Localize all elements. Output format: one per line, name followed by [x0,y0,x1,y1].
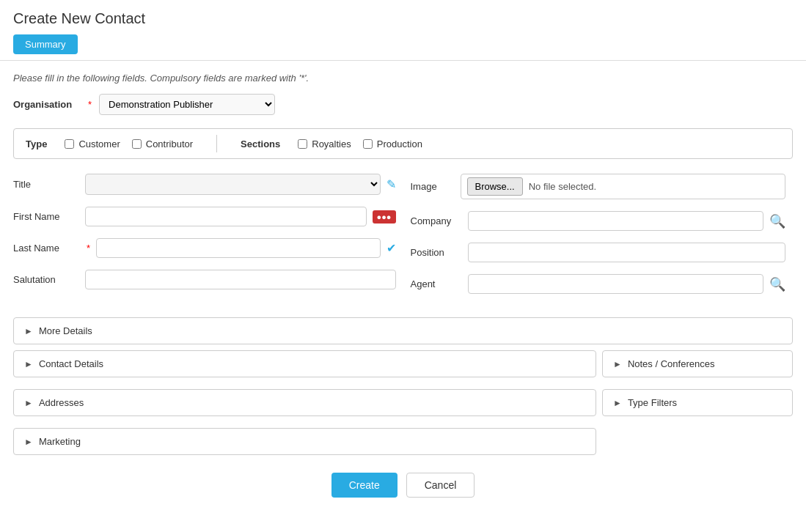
image-label: Image [411,181,455,192]
addresses-arrow: ► [24,398,33,408]
first-name-input[interactable] [85,207,367,226]
last-name-label: Last Name [13,243,79,254]
title-label: Title [13,179,79,190]
addresses-section[interactable]: ► Addresses [14,390,596,415]
search-icon: 🔍 [769,214,785,229]
check-icon: ✔ [386,241,396,255]
type-label: Type [26,138,47,149]
royalties-label: Royalties [312,138,351,149]
contact-details-arrow: ► [24,359,33,369]
title-select[interactable] [85,174,381,195]
salutation-label: Salutation [13,274,79,285]
create-button[interactable]: Create [331,473,397,498]
customer-checkbox[interactable] [65,139,74,149]
contributor-checkbox[interactable] [132,139,142,149]
instruction-text: Please fill in the following fields. Com… [13,73,793,84]
royalties-checkbox[interactable] [298,139,307,149]
contact-details-section[interactable]: ► Contact Details [14,351,596,377]
position-label: Position [411,247,462,258]
organisation-select[interactable]: Demonstration Publisher [99,94,275,115]
company-input[interactable] [468,211,764,231]
organisation-label: Organisation [13,99,79,110]
production-checkbox[interactable] [363,139,373,149]
agent-label: Agent [411,278,462,289]
notes-conferences-section[interactable]: ► Notes / Conferences [603,351,792,377]
red-dots-button[interactable]: ●●● [373,210,396,223]
production-label: Production [377,138,422,149]
notes-conferences-title: Notes / Conferences [628,358,715,369]
agent-search-button[interactable]: 🔍 [769,276,785,292]
notes-conferences-arrow: ► [613,359,622,369]
first-name-label: First Name [13,211,79,222]
sections-label: Sections [241,138,280,149]
company-label: Company [411,215,462,226]
file-info: No file selected. [529,181,597,192]
more-details-arrow: ► [24,326,33,336]
type-filters-arrow: ► [613,398,622,408]
dots-icon: ●●● [377,213,392,221]
salutation-input[interactable] [85,270,396,289]
marketing-section[interactable]: ► Marketing [14,429,596,454]
agent-input[interactable] [468,274,764,294]
marketing-arrow: ► [24,437,33,447]
edit-icon[interactable]: ✎ [386,177,396,191]
marketing-title: Marketing [39,436,81,447]
company-search-button[interactable]: 🔍 [769,213,785,229]
contact-details-title: Contact Details [39,358,103,369]
last-name-input[interactable] [96,238,380,258]
org-required-star: * [88,99,92,110]
tab-summary[interactable]: Summary [13,34,78,54]
type-filters-title: Type Filters [628,397,677,408]
browse-button[interactable]: Browse... [467,177,523,196]
agent-search-icon: 🔍 [769,277,785,292]
position-input[interactable] [468,243,786,262]
customer-label: Customer [78,138,120,149]
more-details-section[interactable]: ► More Details [14,318,792,344]
contributor-label: Contributor [146,138,193,149]
last-name-required: * [87,243,90,254]
type-filters-section[interactable]: ► Type Filters [603,390,792,415]
page-title: Create New Contact [13,10,793,27]
cancel-button[interactable]: Cancel [406,473,475,498]
more-details-title: More Details [39,325,92,336]
addresses-title: Addresses [39,397,84,408]
